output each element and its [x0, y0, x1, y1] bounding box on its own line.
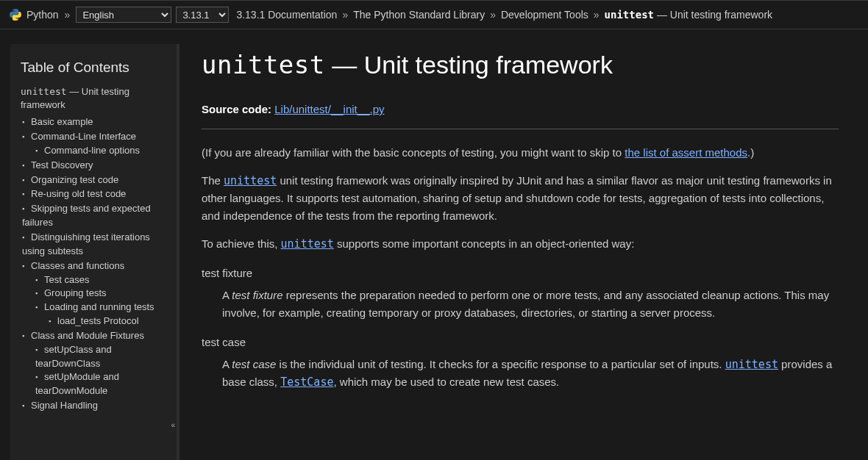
source-code-line: Source code: Lib/unittest/__init__.py [202, 101, 839, 118]
sidebar-collapse-icon[interactable]: « [169, 419, 177, 433]
crumb-stdlib[interactable]: The Python Standard Library [353, 9, 485, 21]
dd1-em: test fixture [232, 289, 282, 301]
toc-root-module: unittest [21, 86, 67, 97]
separator-icon: » [488, 9, 497, 21]
intro-description-paragraph: The unittest unit testing framework was … [202, 172, 839, 225]
toc-root-link[interactable]: unittest — Unit testing framework [21, 85, 166, 113]
title-rest: Unit testing framework [364, 51, 613, 79]
toc-item-grouping[interactable]: Grouping tests [44, 287, 107, 298]
assert-methods-link[interactable]: the list of assert methods [625, 146, 747, 159]
intro-skip-paragraph: (If you are already familiar with the ba… [202, 144, 839, 162]
unittest-inline-link[interactable]: unittest [224, 174, 277, 187]
definition-list: test fixture A test fixture represents t… [202, 265, 839, 391]
separator-icon: » [63, 9, 72, 21]
table-of-contents-sidebar: Table of Contents unittest — Unit testin… [10, 44, 179, 460]
toc-item-setupclass[interactable]: setUpClass and tearDownClass [35, 344, 112, 369]
dd1-b: represents the preparation needed to per… [222, 289, 829, 319]
python-logo-icon [9, 8, 22, 21]
p1-text-post: .) [747, 146, 754, 159]
version-select[interactable]: 3.13.1 [176, 7, 229, 23]
dd2-em: test case [232, 358, 276, 370]
testcase-class-link[interactable]: TestCase [280, 375, 333, 389]
unittest-inline-link-3[interactable]: unittest [725, 358, 778, 371]
toc-item-classes-functions[interactable]: Classes and functions [31, 260, 124, 271]
p3-a: To achieve this, [202, 237, 281, 250]
toc-item-cli-options[interactable]: Command-line options [44, 145, 140, 156]
toc-item-load-tests-protocol[interactable]: load_tests Protocol [57, 315, 139, 326]
toc-item-test-cases[interactable]: Test cases [44, 274, 89, 285]
def-term-test-fixture: test fixture [202, 265, 839, 282]
def-desc-test-fixture: A test fixture represents the preparatio… [222, 287, 839, 322]
toc-item-cli[interactable]: Command-Line Interface [31, 131, 136, 142]
toc-item-loading-running[interactable]: Loading and running tests [44, 301, 154, 312]
crumb-tail: — Unit testing framework [654, 9, 772, 21]
unittest-inline-link-2[interactable]: unittest [281, 237, 334, 251]
language-select[interactable]: English [76, 7, 171, 23]
crumb-devtools[interactable]: Development Tools [501, 9, 588, 21]
p1-text-pre: (If you are already familiar with the ba… [202, 146, 625, 159]
crumb-module-name: unittest [605, 9, 654, 21]
p3-b: supports some important concepts in an o… [334, 237, 635, 250]
separator-icon: » [341, 9, 349, 21]
toc-item-skipping[interactable]: Skipping tests and expected failures [22, 203, 151, 228]
dd1-a: A [222, 289, 232, 301]
source-link[interactable]: Lib/unittest/__init__.py [274, 103, 384, 115]
toc-item-test-discovery[interactable]: Test Discovery [31, 159, 93, 170]
crumb-documentation[interactable]: 3.13.1 Documentation [236, 9, 337, 21]
top-nav-bar: Python » English 3.13.1 3.13.1 Documenta… [0, 0, 868, 29]
toc-item-basic-example[interactable]: Basic example [31, 116, 93, 127]
toc-item-signal-handling[interactable]: Signal Handling [31, 400, 98, 411]
title-module-name: unittest [202, 50, 325, 79]
p2-b: unit testing framework was originally in… [202, 174, 832, 222]
main-content: unittest — Unit testing framework Source… [179, 29, 868, 460]
breadcrumb: 3.13.1 Documentation » The Python Standa… [236, 9, 772, 21]
crumb-current: unittest — Unit testing framework [605, 9, 773, 21]
source-label: Source code: [202, 103, 271, 115]
page-title: unittest — Unit testing framework [202, 50, 839, 80]
separator-icon: » [592, 9, 601, 21]
toc-item-reusing[interactable]: Re-using old test code [31, 188, 126, 199]
dd2-a: A [222, 358, 232, 370]
toc-item-setupmodule[interactable]: setUpModule and tearDownModule [35, 371, 119, 396]
concepts-lead-paragraph: To achieve this, unittest supports some … [202, 235, 839, 253]
brand-link[interactable]: Python [26, 9, 59, 21]
dd2-b: is the individual unit of testing. It ch… [276, 358, 725, 370]
def-term-test-case: test case [202, 334, 839, 351]
dd2-d: , which may be used to create new test c… [333, 375, 559, 388]
section-divider [202, 129, 839, 129]
def-desc-test-case: A test case is the individual unit of te… [222, 356, 839, 391]
toc-heading: Table of Contents [21, 57, 166, 78]
title-separator: — [325, 51, 364, 79]
toc-item-subtests[interactable]: Distinguishing test iterations using sub… [22, 231, 150, 256]
toc-item-fixtures[interactable]: Class and Module Fixtures [31, 330, 144, 341]
p2-a: The [202, 174, 224, 187]
toc-item-organizing[interactable]: Organizing test code [31, 174, 118, 185]
